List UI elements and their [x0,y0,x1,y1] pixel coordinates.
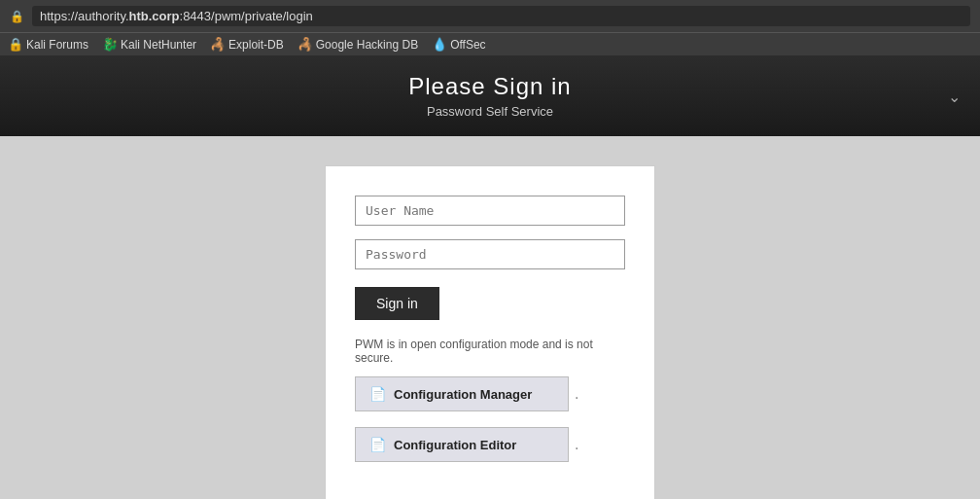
google-hacking-db-icon: 🦂 [298,37,313,52]
browser-address-bar: 🔒 https://authority.htb.corp:8443/pwm/pr… [0,0,980,32]
config-editor-row: 📄 Configuration Editor · [355,427,625,470]
username-input[interactable] [355,196,625,226]
kali-nethunter-label: Kali NetHunter [121,38,196,52]
bookmark-offsec[interactable]: 💧 OffSec [432,37,485,52]
sign-in-button[interactable]: Sign in [355,287,439,320]
username-group [355,196,625,226]
page-title: Please Sign in [19,73,961,100]
offsec-icon: 💧 [432,37,447,52]
config-manager-row: 📄 Configuration Manager · [355,376,625,419]
config-manager-icon: 📄 [369,386,386,402]
url-suffix: :8443/pwm/private/login [180,9,313,23]
configuration-editor-button[interactable]: 📄 Configuration Editor [355,427,569,462]
app-header: Please Sign in Password Self Service ⌄ [0,55,980,136]
dot-separator-2: · [575,440,578,457]
bookmark-kali-nethunter[interactable]: 🐉 Kali NetHunter [102,37,196,52]
configuration-manager-button[interactable]: 📄 Configuration Manager [355,376,569,411]
exploit-db-icon: 🦂 [210,37,226,52]
bookmark-kali-forums[interactable]: 🔒 Kali Forums [8,37,88,52]
config-editor-label: Configuration Editor [394,438,516,452]
url-display[interactable]: https://authority.htb.corp:8443/pwm/priv… [32,6,970,26]
page-subtitle: Password Self Service [19,104,961,119]
exploit-db-label: Exploit-DB [228,38,284,52]
url-prefix: https://authority. [40,9,129,23]
warning-message: PWM is in open configuration mode and is… [355,338,625,365]
config-editor-icon: 📄 [369,437,386,452]
kali-forums-icon: 🔒 [8,37,23,52]
login-panel: Sign in PWM is in open configuration mod… [325,165,655,499]
bookmarks-bar: 🔒 Kali Forums 🐉 Kali NetHunter 🦂 Exploit… [0,32,980,55]
password-input[interactable] [355,239,625,269]
bookmark-exploit-db[interactable]: 🦂 Exploit-DB [210,37,284,52]
url-domain: htb.corp [129,9,180,23]
bookmark-google-hacking-db[interactable]: 🦂 Google Hacking DB [298,37,418,52]
chevron-down-icon[interactable]: ⌄ [948,87,961,105]
google-hacking-db-label: Google Hacking DB [316,38,418,52]
offsec-label: OffSec [450,38,485,52]
main-content: Sign in PWM is in open configuration mod… [0,136,980,499]
kali-forums-label: Kali Forums [26,38,88,52]
password-group [355,239,625,269]
config-manager-label: Configuration Manager [394,387,532,402]
dot-separator-1: · [575,389,578,407]
lock-icon: 🔒 [10,10,24,23]
kali-nethunter-icon: 🐉 [102,37,118,52]
